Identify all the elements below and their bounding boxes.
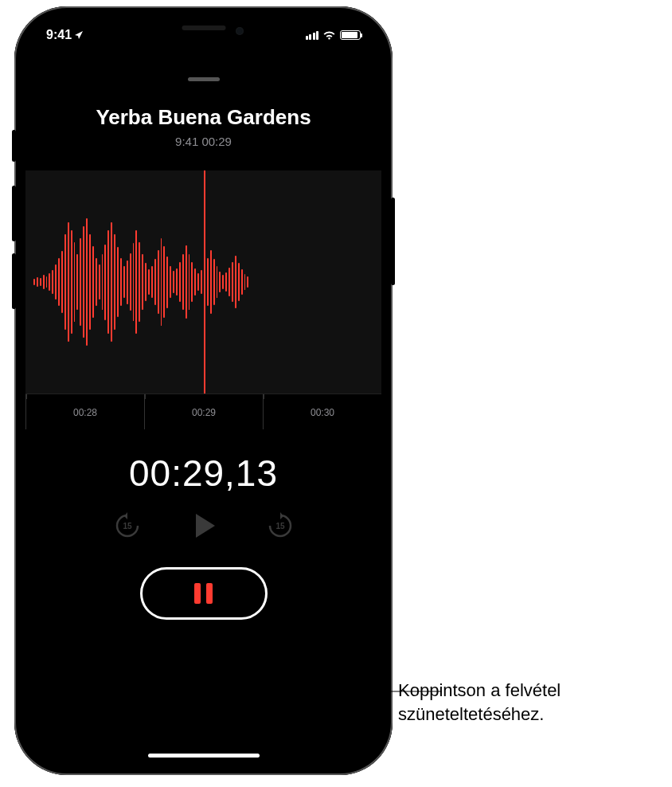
location-arrow-icon — [74, 30, 84, 40]
speaker-grille — [182, 25, 225, 30]
status-time: 9:41 — [46, 28, 72, 42]
notch — [120, 18, 287, 44]
wifi-icon — [322, 30, 336, 41]
cellular-signal-icon — [306, 31, 319, 40]
callout-text: Koppintson a felvétel szüneteltetéséhez. — [398, 679, 661, 726]
front-camera — [236, 27, 244, 35]
callout-line — [0, 0, 672, 787]
battery-icon — [340, 30, 361, 40]
